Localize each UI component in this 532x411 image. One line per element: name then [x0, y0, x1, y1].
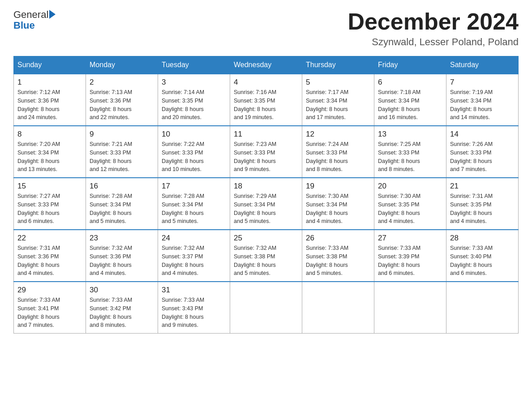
table-row: 1 Sunrise: 7:12 AMSunset: 3:36 PMDayligh… [14, 74, 86, 126]
logo-blue: Blue [13, 20, 56, 31]
day-number: 22 [17, 234, 82, 243]
day-number: 20 [378, 182, 442, 191]
day-info: Sunrise: 7:32 AMSunset: 3:37 PMDaylight:… [162, 245, 204, 276]
title-block: December 2024 Szynwald, Lesser Poland, P… [348, 9, 519, 48]
day-info: Sunrise: 7:33 AMSunset: 3:43 PMDaylight:… [162, 297, 204, 328]
day-number: 24 [162, 234, 226, 243]
table-row: 22 Sunrise: 7:31 AMSunset: 3:36 PMDaylig… [14, 230, 86, 282]
day-info: Sunrise: 7:18 AMSunset: 3:34 PMDaylight:… [378, 89, 420, 120]
table-row: 28 Sunrise: 7:33 AMSunset: 3:40 PMDaylig… [446, 230, 519, 282]
table-row [374, 282, 446, 334]
calendar-week-5: 29 Sunrise: 7:33 AMSunset: 3:41 PMDaylig… [14, 282, 519, 334]
day-number: 21 [450, 182, 515, 191]
day-number: 5 [306, 78, 370, 87]
day-number: 11 [234, 130, 298, 139]
day-number: 6 [378, 78, 442, 87]
page-header: General Blue December 2024 Szynwald, Les… [13, 9, 519, 48]
table-row: 12 Sunrise: 7:24 AMSunset: 3:33 PMDaylig… [302, 126, 374, 178]
calendar-week-3: 15 Sunrise: 7:27 AMSunset: 3:33 PMDaylig… [14, 178, 519, 230]
table-row: 3 Sunrise: 7:14 AMSunset: 3:35 PMDayligh… [158, 74, 230, 126]
day-info: Sunrise: 7:31 AMSunset: 3:36 PMDaylight:… [17, 245, 60, 276]
day-number: 28 [450, 234, 515, 243]
table-row: 31 Sunrise: 7:33 AMSunset: 3:43 PMDaylig… [158, 282, 230, 334]
day-info: Sunrise: 7:32 AMSunset: 3:38 PMDaylight:… [234, 245, 276, 276]
day-info: Sunrise: 7:28 AMSunset: 3:34 PMDaylight:… [162, 193, 204, 224]
table-row: 26 Sunrise: 7:33 AMSunset: 3:38 PMDaylig… [302, 230, 374, 282]
day-info: Sunrise: 7:33 AMSunset: 3:40 PMDaylight:… [450, 245, 493, 276]
day-info: Sunrise: 7:26 AMSunset: 3:33 PMDaylight:… [450, 141, 493, 172]
day-info: Sunrise: 7:24 AMSunset: 3:33 PMDaylight:… [306, 141, 348, 172]
table-row: 29 Sunrise: 7:33 AMSunset: 3:41 PMDaylig… [14, 282, 86, 334]
table-row: 6 Sunrise: 7:18 AMSunset: 3:34 PMDayligh… [374, 74, 446, 126]
day-info: Sunrise: 7:16 AMSunset: 3:35 PMDaylight:… [234, 89, 276, 120]
table-row: 9 Sunrise: 7:21 AMSunset: 3:33 PMDayligh… [86, 126, 158, 178]
day-info: Sunrise: 7:12 AMSunset: 3:36 PMDaylight:… [17, 89, 60, 120]
table-row [446, 282, 519, 334]
day-info: Sunrise: 7:31 AMSunset: 3:35 PMDaylight:… [450, 193, 493, 224]
day-number: 7 [450, 78, 515, 87]
table-row: 19 Sunrise: 7:30 AMSunset: 3:34 PMDaylig… [302, 178, 374, 230]
day-number: 15 [17, 182, 82, 191]
table-row: 25 Sunrise: 7:32 AMSunset: 3:38 PMDaylig… [230, 230, 302, 282]
day-number: 30 [90, 286, 154, 295]
day-info: Sunrise: 7:21 AMSunset: 3:33 PMDaylight:… [90, 141, 132, 172]
day-number: 27 [378, 234, 442, 243]
month-year-title: December 2024 [348, 9, 519, 34]
col-tuesday: Tuesday [158, 56, 230, 74]
col-saturday: Saturday [446, 56, 519, 74]
day-number: 2 [90, 78, 154, 87]
day-number: 18 [234, 182, 298, 191]
col-wednesday: Wednesday [230, 56, 302, 74]
day-info: Sunrise: 7:23 AMSunset: 3:33 PMDaylight:… [234, 141, 276, 172]
location-subtitle: Szynwald, Lesser Poland, Poland [348, 36, 519, 48]
day-info: Sunrise: 7:17 AMSunset: 3:34 PMDaylight:… [306, 89, 348, 120]
day-info: Sunrise: 7:13 AMSunset: 3:36 PMDaylight:… [90, 89, 132, 120]
col-monday: Monday [86, 56, 158, 74]
day-number: 13 [378, 130, 442, 139]
day-number: 19 [306, 182, 370, 191]
day-number: 31 [162, 286, 226, 295]
day-info: Sunrise: 7:25 AMSunset: 3:33 PMDaylight:… [378, 141, 420, 172]
table-row: 10 Sunrise: 7:22 AMSunset: 3:33 PMDaylig… [158, 126, 230, 178]
table-row: 4 Sunrise: 7:16 AMSunset: 3:35 PMDayligh… [230, 74, 302, 126]
day-info: Sunrise: 7:14 AMSunset: 3:35 PMDaylight:… [162, 89, 204, 120]
table-row: 5 Sunrise: 7:17 AMSunset: 3:34 PMDayligh… [302, 74, 374, 126]
day-info: Sunrise: 7:33 AMSunset: 3:39 PMDaylight:… [378, 245, 420, 276]
table-row: 18 Sunrise: 7:29 AMSunset: 3:34 PMDaylig… [230, 178, 302, 230]
day-info: Sunrise: 7:19 AMSunset: 3:34 PMDaylight:… [450, 89, 493, 120]
logo: General Blue [13, 9, 56, 31]
table-row: 17 Sunrise: 7:28 AMSunset: 3:34 PMDaylig… [158, 178, 230, 230]
col-thursday: Thursday [302, 56, 374, 74]
table-row [230, 282, 302, 334]
table-row: 30 Sunrise: 7:33 AMSunset: 3:42 PMDaylig… [86, 282, 158, 334]
day-number: 23 [90, 234, 154, 243]
calendar-body: 1 Sunrise: 7:12 AMSunset: 3:36 PMDayligh… [14, 74, 519, 334]
day-info: Sunrise: 7:33 AMSunset: 3:42 PMDaylight:… [90, 297, 132, 328]
table-row: 27 Sunrise: 7:33 AMSunset: 3:39 PMDaylig… [374, 230, 446, 282]
col-sunday: Sunday [14, 56, 86, 74]
header-row: Sunday Monday Tuesday Wednesday Thursday… [14, 56, 519, 74]
calendar-header: Sunday Monday Tuesday Wednesday Thursday… [14, 56, 519, 74]
day-info: Sunrise: 7:29 AMSunset: 3:34 PMDaylight:… [234, 193, 276, 224]
day-info: Sunrise: 7:33 AMSunset: 3:41 PMDaylight:… [17, 297, 60, 328]
logo-triangle-icon [49, 10, 56, 19]
day-number: 10 [162, 130, 226, 139]
table-row: 15 Sunrise: 7:27 AMSunset: 3:33 PMDaylig… [14, 178, 86, 230]
day-number: 29 [17, 286, 82, 295]
day-number: 14 [450, 130, 515, 139]
table-row: 20 Sunrise: 7:30 AMSunset: 3:35 PMDaylig… [374, 178, 446, 230]
table-row: 21 Sunrise: 7:31 AMSunset: 3:35 PMDaylig… [446, 178, 519, 230]
day-info: Sunrise: 7:20 AMSunset: 3:34 PMDaylight:… [17, 141, 60, 172]
table-row: 11 Sunrise: 7:23 AMSunset: 3:33 PMDaylig… [230, 126, 302, 178]
table-row: 14 Sunrise: 7:26 AMSunset: 3:33 PMDaylig… [446, 126, 519, 178]
logo-general: General [13, 9, 48, 21]
table-row: 7 Sunrise: 7:19 AMSunset: 3:34 PMDayligh… [446, 74, 519, 126]
table-row: 8 Sunrise: 7:20 AMSunset: 3:34 PMDayligh… [14, 126, 86, 178]
day-info: Sunrise: 7:22 AMSunset: 3:33 PMDaylight:… [162, 141, 204, 172]
day-number: 4 [234, 78, 298, 87]
col-friday: Friday [374, 56, 446, 74]
day-info: Sunrise: 7:30 AMSunset: 3:35 PMDaylight:… [378, 193, 420, 224]
day-number: 12 [306, 130, 370, 139]
table-row: 24 Sunrise: 7:32 AMSunset: 3:37 PMDaylig… [158, 230, 230, 282]
day-number: 8 [17, 130, 82, 139]
